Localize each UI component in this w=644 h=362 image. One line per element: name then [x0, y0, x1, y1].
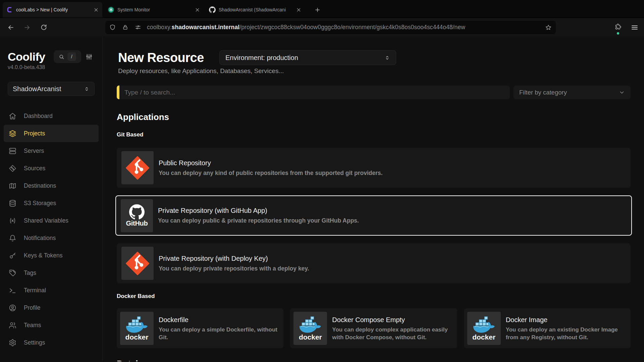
sidebar-item-destinations[interactable]: Destinations	[4, 177, 99, 194]
key-icon	[9, 252, 16, 259]
permissions-icon[interactable]	[135, 24, 142, 31]
card-title: Private Repository (with GitHub App)	[158, 206, 359, 215]
sidebar-item-label: Keys & Tokens	[24, 252, 62, 259]
docker-logo: docker	[467, 312, 501, 345]
environment-select[interactable]: Environment: production	[219, 50, 396, 65]
menu-button[interactable]	[631, 23, 639, 32]
main-content: New Resource Environment: production Dep…	[103, 37, 644, 361]
team-select[interactable]: ShadowArcanist	[8, 82, 95, 96]
section-heading-applications: Applications	[117, 112, 631, 122]
card-description: You can deploy an existing Docker Image …	[506, 326, 626, 341]
tab-shadowarcanist-github[interactable]: ShadowArcanist (ShadowArcani	[205, 2, 305, 17]
lock-icon[interactable]	[122, 24, 129, 31]
address-bar[interactable]: coolboxy.shadowarcanist.internal/project…	[105, 21, 556, 34]
sidebar-item-tags[interactable]: Tags	[4, 264, 99, 282]
tab-coollabs[interactable]: coolLabs > New | Coolify	[3, 2, 102, 17]
logo-wordmark: docker	[299, 334, 322, 341]
variable-icon	[9, 217, 16, 225]
extension-status-dot	[617, 32, 619, 35]
sidebar-item-label: Shared Variables	[24, 217, 68, 224]
reload-button[interactable]	[38, 21, 50, 34]
sidebar-item-profile[interactable]: Profile	[4, 299, 99, 316]
team-select-value: ShadowArcanist	[13, 85, 61, 93]
card-public-repository[interactable]: Public RepositoryYou can deploy any kind…	[117, 148, 631, 188]
sidebar-item-label: Tags	[24, 269, 36, 277]
terminal-icon	[9, 287, 16, 294]
sidebar-item-teams[interactable]: Teams	[4, 316, 99, 334]
sidebar-item-notifications[interactable]: Notifications	[4, 229, 99, 247]
git-logo	[121, 151, 154, 184]
reload-icon	[40, 24, 47, 31]
forward-button[interactable]	[21, 21, 33, 34]
sidebar-item-label: Terminal	[24, 287, 46, 294]
sidebar-item-keys-tokens[interactable]: Keys & Tokens	[4, 247, 99, 264]
sidebar-item-label: Profile	[24, 304, 41, 311]
logo-wordmark: docker	[472, 334, 495, 341]
sidebar-item-label: Servers	[24, 147, 44, 155]
sidebar-item-s3-storages[interactable]: S3 Storages	[4, 194, 99, 212]
section-heading-databases: Databases	[117, 359, 631, 361]
tab-bar: coolLabs > New | CoolifySystem MonitorSh…	[0, 0, 644, 18]
page-title: New Resource	[117, 50, 219, 65]
server-icon	[9, 147, 16, 155]
sidebar-item-shared-variables[interactable]: Shared Variables	[4, 212, 99, 229]
card-description: You can deploy any kind of public reposi…	[159, 169, 383, 177]
card-private-repository-with-deploy-key[interactable]: Private Repository (with Deploy Key)You …	[117, 243, 631, 283]
plus-icon	[314, 7, 321, 13]
card-dockerfile[interactable]: dockerDockerfileYou can deploy a simple …	[117, 308, 283, 348]
users-icon	[9, 321, 16, 329]
sidebar-item-dashboard[interactable]: Dashboard	[4, 107, 99, 125]
card-description: You can deploy a simple Dockerfile, with…	[159, 326, 279, 341]
tab-close-button[interactable]	[195, 7, 200, 13]
git-logo	[121, 247, 154, 280]
card-title: Dockerfile	[159, 316, 279, 324]
github-favicon	[209, 6, 216, 13]
sidebar-search-button[interactable]: /	[54, 50, 81, 63]
system-monitor-favicon	[108, 6, 114, 13]
slash-key-hint: /	[67, 52, 76, 61]
sidebar-item-servers[interactable]: Servers	[4, 142, 99, 160]
logo-wordmark: GitHub	[126, 220, 148, 227]
sidebar-item-label: Notifications	[24, 235, 56, 242]
new-tab-button[interactable]	[312, 5, 322, 15]
sliders-icon[interactable]	[85, 53, 93, 61]
github-logo: GitHub	[121, 199, 153, 232]
sidebar-item-sources[interactable]: Sources	[4, 160, 99, 177]
tag-icon	[9, 269, 16, 277]
environment-select-value: Environment: production	[225, 54, 298, 62]
chevron-down-icon	[619, 89, 625, 96]
shield-icon[interactable]	[109, 24, 116, 31]
sidebar-item-settings[interactable]: Settings	[4, 334, 99, 351]
sidebar-item-projects[interactable]: Projects	[4, 125, 99, 142]
group-label-docker-based: Docker Based	[117, 293, 631, 300]
chevron-updown-icon	[384, 55, 390, 61]
chevron-updown-icon	[84, 86, 90, 92]
card-private-repository-with-github-app[interactable]: GitHubPrivate Repository (with GitHub Ap…	[115, 195, 632, 236]
card-title: Public Repository	[159, 159, 383, 167]
extensions-button[interactable]	[614, 23, 622, 32]
card-description: You can deploy complex application easil…	[332, 326, 452, 341]
sidebar-item-terminal[interactable]: Terminal	[4, 282, 99, 299]
app-title: Coolify	[8, 50, 45, 63]
logo-wordmark: docker	[125, 334, 149, 341]
browser-toolbar: coolboxy.shadowarcanist.internal/project…	[0, 18, 644, 37]
back-icon	[7, 24, 14, 31]
sidebar-item-label: Teams	[24, 322, 41, 329]
back-button[interactable]	[5, 21, 17, 34]
url-text: coolboxy.shadowarcanist.internal/project…	[147, 24, 465, 31]
bell-icon	[9, 234, 16, 242]
category-filter-select[interactable]: Filter by category	[514, 85, 631, 99]
tab-system-monitor[interactable]: System Monitor	[104, 2, 204, 17]
tab-close-button[interactable]	[296, 7, 302, 13]
card-docker-image[interactable]: dockerDocker ImageYou can deploy an exis…	[464, 308, 631, 348]
sidebar: Coolify / v4.0.0-beta.438 ShadowArcanist…	[0, 37, 103, 361]
layers-icon	[9, 130, 16, 137]
card-docker-compose-empty[interactable]: dockerDocker Compose EmptyYou can deploy…	[290, 308, 457, 348]
card-title: Private Repository (with Deploy Key)	[159, 254, 309, 262]
tab-close-button[interactable]	[93, 7, 99, 13]
resource-search-input[interactable]	[117, 85, 510, 99]
docker-logo: docker	[293, 312, 327, 345]
database-icon	[9, 199, 16, 207]
bookmark-star-icon[interactable]	[545, 24, 552, 31]
forward-icon	[23, 24, 31, 31]
